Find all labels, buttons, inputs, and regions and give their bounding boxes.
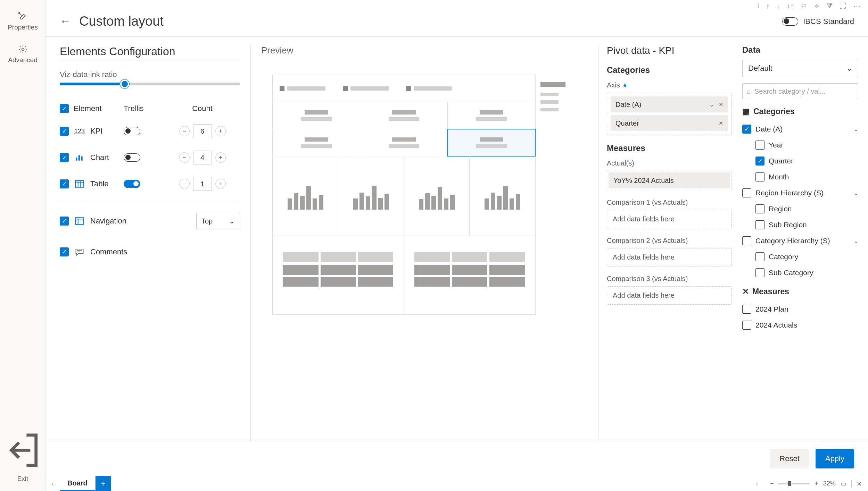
plan-checkbox[interactable]	[742, 305, 751, 314]
preview-kpi-6[interactable]	[448, 129, 535, 156]
chevron-down-icon[interactable]: ⌄	[854, 190, 858, 196]
preview-kpi-4[interactable]	[273, 129, 360, 156]
focus-icon[interactable]: ⛶	[840, 2, 846, 10]
data-source-select[interactable]: Default⌄	[742, 60, 858, 77]
ink-ratio-slider[interactable]	[60, 83, 240, 85]
tab-prev[interactable]: ‹	[46, 476, 60, 491]
month-checkbox[interactable]	[755, 172, 764, 181]
ibcs-toggle[interactable]	[782, 17, 798, 26]
category-checkbox[interactable]	[755, 252, 764, 261]
nav-position-select[interactable]: Top⌄	[196, 213, 240, 229]
sort-icon[interactable]: ↓↑	[787, 2, 794, 10]
row-table: ✓Table − 1 +	[60, 171, 240, 197]
actuals-checkbox[interactable]	[742, 321, 751, 330]
tab-board[interactable]: Board	[60, 476, 96, 491]
zoom-out[interactable]: −	[770, 480, 774, 487]
comp3-dropzone[interactable]: Add data fields here	[607, 286, 732, 305]
rail-properties[interactable]: Properties	[0, 7, 46, 40]
preview-kpi-1[interactable]	[273, 102, 360, 129]
preview-chart-3[interactable]	[404, 156, 470, 236]
region-checkbox[interactable]	[755, 204, 764, 213]
tree-date[interactable]: ✓Date (A)⌄	[742, 121, 858, 137]
close-icon[interactable]: ✕	[719, 120, 723, 127]
chevron-down-icon[interactable]: ⌄	[709, 101, 714, 108]
subcategory-checkbox[interactable]	[755, 268, 764, 277]
axis-dropzone[interactable]: Date (A)⌄✕ Quarter✕	[607, 93, 732, 135]
chart-minus[interactable]: −	[179, 152, 190, 163]
chart-checkbox[interactable]: ✓	[60, 153, 69, 162]
quarter-checkbox[interactable]: ✓	[755, 156, 764, 166]
comp1-dropzone[interactable]: Add data fields here	[607, 210, 732, 228]
subregion-checkbox[interactable]	[755, 220, 764, 229]
tab-next[interactable]: ›	[750, 476, 764, 491]
back-button[interactable]: ←	[60, 15, 71, 28]
rail-advanced[interactable]: Advanced	[0, 40, 46, 72]
actuals-dropzone[interactable]: YoY% 2024 Actuals	[607, 171, 732, 190]
table-checkbox[interactable]: ✓	[60, 179, 69, 188]
arrow-up-icon[interactable]: ↑	[766, 2, 769, 10]
preview-table-2[interactable]	[404, 236, 535, 314]
footer: Reset Apply	[46, 441, 868, 476]
chip-quarter[interactable]: Quarter✕	[611, 115, 728, 131]
kpi-checkbox[interactable]: ✓	[60, 127, 69, 136]
more-icon[interactable]: ⋯	[853, 2, 860, 10]
tree-year[interactable]: Year	[742, 137, 858, 153]
chart-count[interactable]: 4	[193, 151, 212, 164]
preview-table-1[interactable]	[273, 236, 404, 314]
tree-month[interactable]: Month	[742, 169, 858, 185]
year-checkbox[interactable]	[755, 141, 764, 150]
tree-actuals[interactable]: 2024 Actuals	[742, 317, 858, 333]
tree-subregion[interactable]: Sub Region	[742, 217, 858, 233]
select-all-checkbox[interactable]: ✓	[60, 104, 69, 113]
arrow-down-icon[interactable]: ↓	[776, 2, 780, 10]
preview-kpi-3[interactable]	[448, 102, 535, 129]
kpi-count[interactable]: 6	[193, 124, 212, 138]
svg-rect-2	[76, 158, 77, 161]
table-trellis-toggle[interactable]	[124, 180, 140, 188]
fit-icon[interactable]: ▭	[841, 480, 846, 488]
tree-region[interactable]: Region	[742, 201, 858, 217]
kpi-minus[interactable]: −	[179, 126, 190, 136]
preview-kpi-2[interactable]	[360, 102, 448, 129]
reset-button[interactable]: Reset	[770, 449, 809, 468]
preview-chart-4[interactable]	[470, 156, 535, 236]
info-icon[interactable]: i	[758, 2, 759, 10]
tree-category[interactable]: Category	[742, 249, 858, 265]
comp2-dropzone[interactable]: Add data fields here	[607, 248, 732, 266]
search-icon: ⌕	[747, 87, 751, 95]
tree-plan[interactable]: 2024 Plan	[742, 301, 858, 317]
kpi-trellis-toggle[interactable]	[124, 127, 140, 135]
chip-actuals[interactable]: YoY% 2024 Actuals	[609, 172, 730, 188]
zoom-in[interactable]: +	[815, 480, 818, 487]
zoom-slider[interactable]	[778, 483, 810, 484]
bookmark-icon[interactable]: ⚐	[801, 2, 807, 10]
shuffle-icon[interactable]: ⤨	[857, 480, 862, 488]
chevron-down-icon[interactable]: ⌄	[854, 238, 858, 244]
config-table-header: ✓Element Trellis Count	[60, 99, 240, 118]
comments-checkbox[interactable]: ✓	[60, 247, 69, 256]
chevron-down-icon[interactable]: ⌄	[854, 126, 858, 133]
nav-checkbox[interactable]: ✓	[60, 217, 69, 226]
pin-icon[interactable]: ✧	[814, 2, 820, 10]
table-count[interactable]: 1	[193, 177, 212, 191]
chart-plus[interactable]: +	[215, 152, 226, 163]
tree-subcategory[interactable]: Sub Category	[742, 265, 858, 281]
kpi-plus[interactable]: +	[215, 126, 226, 136]
tree-region-h[interactable]: Region Hierarchy (S)⌄	[742, 185, 858, 201]
preview-kpi-5[interactable]	[360, 129, 448, 156]
chip-date[interactable]: Date (A)⌄✕	[611, 96, 728, 112]
tree-quarter[interactable]: ✓Quarter	[742, 153, 858, 169]
apply-button[interactable]: Apply	[816, 449, 854, 468]
preview-chart-1[interactable]	[273, 156, 338, 236]
chart-trellis-toggle[interactable]	[124, 153, 140, 162]
regionh-checkbox[interactable]	[742, 188, 751, 197]
close-icon[interactable]: ✕	[719, 101, 723, 108]
rail-exit[interactable]: Exit	[0, 423, 46, 491]
filter-icon[interactable]: ⧩	[827, 2, 833, 10]
tab-add[interactable]: +	[96, 476, 111, 491]
date-checkbox[interactable]: ✓	[742, 125, 751, 134]
preview-chart-2[interactable]	[338, 156, 404, 236]
search-input[interactable]: ⌕Search category / val...	[742, 83, 858, 99]
tree-cat-h[interactable]: Category Hierarchy (S)⌄	[742, 233, 858, 249]
cath-checkbox[interactable]	[742, 236, 751, 245]
